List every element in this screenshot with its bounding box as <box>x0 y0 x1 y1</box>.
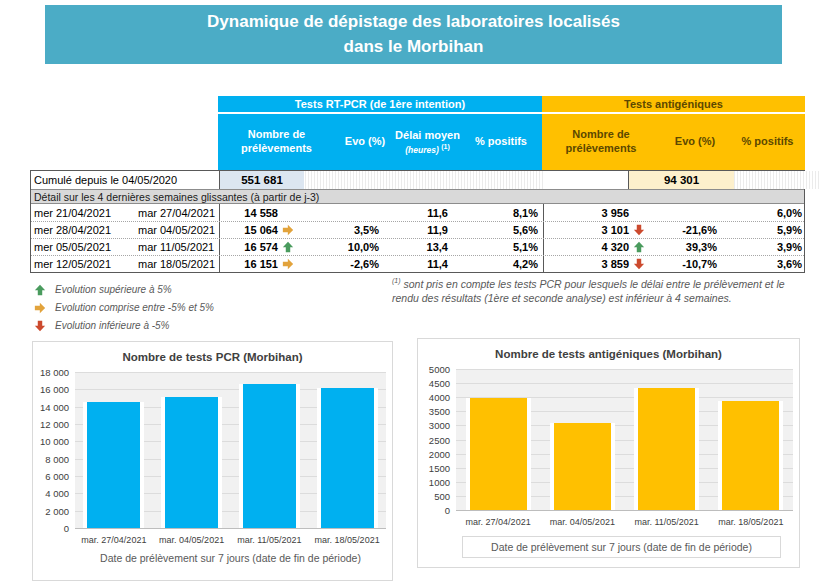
y-tick-label: 6 000 <box>45 471 69 482</box>
pcr-nombre-cell: 16 151 <box>219 256 304 272</box>
y-tick-label: 1500 <box>429 462 450 473</box>
delai-unit: (heures) (1) <box>405 143 449 155</box>
y-tick-label: 10 000 <box>40 436 69 447</box>
y-tick-label: 14 000 <box>40 401 69 412</box>
table-row: mer 21/04/2021 mar 27/04/2021 14 558 11,… <box>31 204 804 221</box>
up-arrow-glyph <box>34 284 46 296</box>
ag-trend-icon <box>631 241 647 254</box>
pcr-nombre-cell: 16 574 <box>219 239 304 255</box>
detail-section-label: Détail sur les 4 dernières semaines glis… <box>31 189 804 204</box>
pcr-positifs-cell: 8,1% <box>458 204 543 221</box>
ag-trend-icon <box>631 224 647 237</box>
legend-label: Evolution supérieure à 5% <box>55 284 172 295</box>
bar <box>321 388 374 528</box>
ag-trend-icon <box>631 258 647 271</box>
ag-nombre-cell: 3 101 <box>543 222 649 238</box>
x-axis-labels: mar. 27/04/2021mar. 04/05/2021mar. 11/05… <box>456 517 793 527</box>
bars <box>75 372 386 528</box>
x-tick-label: mar. 18/05/2021 <box>709 517 793 527</box>
delai-label: Délai moyen <box>395 129 460 143</box>
week-end-date: mar 04/05/2021 <box>135 222 219 238</box>
cumulative-ag-value: 94 301 <box>628 171 734 189</box>
ag-nombre-value: 3 859 <box>601 258 629 270</box>
bar-cell <box>709 369 793 510</box>
week-end-date: mar 27/04/2021 <box>135 204 219 221</box>
bar <box>638 388 695 510</box>
ag-nombre-value: 3 956 <box>601 207 629 219</box>
pcr-nombre-cell: 15 064 <box>219 222 304 238</box>
down-arrow-glyph <box>633 224 645 236</box>
ag-evo-cell: -21,6% <box>649 222 721 238</box>
week-start-date: mer 21/04/2021 <box>31 204 135 221</box>
flat-arrow-glyph <box>282 258 294 270</box>
y-tick-label: 5000 <box>429 364 450 375</box>
y-axis-labels: 18 00016 00014 00012 00010 0008 0006 000… <box>33 372 75 564</box>
pcr-evo-cell: -2,6% <box>304 256 403 272</box>
column-header-ag-nombre: Nombre de prélèvements <box>542 114 660 170</box>
table-row: mer 05/05/2021 mar 11/05/2021 16 574 10,… <box>31 238 804 255</box>
column-header-pcr-delai: Délai moyen (heures) (1) <box>395 114 460 170</box>
week-start-date: mer 05/05/2021 <box>31 239 135 255</box>
week-start-date: mer 12/05/2021 <box>31 256 135 272</box>
x-tick-label: mar. 04/05/2021 <box>153 535 231 545</box>
chart-antigenique: Nombre de tests antigéniques (Morbihan) … <box>417 338 800 568</box>
y-tick-label: 2 000 <box>45 505 69 516</box>
bar <box>165 397 218 528</box>
pcr-evo-cell <box>304 204 403 221</box>
page-title-line1: Dynamique de dépistage des laboratoires … <box>207 10 620 35</box>
group-header-antigenique: Tests antigéniques <box>542 96 805 112</box>
cumulative-label: Cumulé depuis le 04/05/2020 <box>31 171 219 189</box>
up-arrow-glyph <box>282 241 294 253</box>
table-body: Cumulé depuis le 04/05/2020 551 681 94 3… <box>30 170 805 273</box>
column-header-pcr-nombre: Nombre de prélèvements <box>218 114 335 170</box>
chart-body: 18 00016 00014 00012 00010 0008 0006 000… <box>33 372 392 564</box>
cumulative-row: Cumulé depuis le 04/05/2020 551 681 94 3… <box>31 171 804 189</box>
cumulative-pcr-value: 551 681 <box>219 171 304 189</box>
legend-item-up: Evolution supérieure à 5% <box>33 281 214 298</box>
y-tick-label: 4 000 <box>45 488 69 499</box>
pcr-nombre-value: 14 558 <box>244 207 278 219</box>
trend-legend: Evolution supérieure à 5% Evolution comp… <box>33 281 214 335</box>
flat-arrow-glyph <box>34 302 46 314</box>
flat-arrow-glyph <box>282 224 294 236</box>
footnote-marker: (1) <box>392 277 401 284</box>
group-header-spacer <box>30 96 218 112</box>
table-row: mer 12/05/2021 mar 18/05/2021 16 151 -2,… <box>31 255 804 272</box>
page-title-line2: dans le Morbihan <box>344 35 484 60</box>
group-header-pcr: Tests RT-PCR (de 1ère intention) <box>218 96 542 112</box>
table-column-headers: Nombre de prélèvements Evo (%) Délai moy… <box>30 114 805 170</box>
y-tick-label: 3500 <box>429 406 450 417</box>
bar-cell <box>75 372 153 528</box>
ag-positifs-cell: 6,0% <box>721 204 806 221</box>
bar-cell <box>456 369 540 510</box>
ag-evo-cell: -10,7% <box>649 256 721 272</box>
footnote-text: sont pris en compte les tests PCR pour l… <box>392 278 785 304</box>
pcr-delai-cell: 11,4 <box>403 256 458 272</box>
ag-nombre-value: 4 320 <box>601 241 629 253</box>
column-header-spacer <box>30 114 218 170</box>
ag-nombre-cell: 3 956 <box>543 204 649 221</box>
delai-unit-text: (heures) <box>405 144 439 154</box>
bar <box>554 423 611 510</box>
y-tick-label: 1000 <box>429 476 450 487</box>
pcr-positifs-cell: 5,6% <box>458 222 543 238</box>
y-tick-label: 0 <box>64 523 69 534</box>
cumulative-pcr-hatch <box>304 171 543 189</box>
pcr-positifs-cell: 5,1% <box>458 239 543 255</box>
pcr-positifs-cell: 4,2% <box>458 256 543 272</box>
bar <box>722 401 779 510</box>
y-tick-label: 16 000 <box>40 384 69 395</box>
x-axis-labels: mar. 27/04/2021mar. 04/05/2021mar. 11/05… <box>75 535 386 545</box>
bar-cell <box>540 369 624 510</box>
legend-item-down: Evolution inférieure à -5% <box>33 317 214 334</box>
down-arrow-icon <box>33 319 47 332</box>
bar-cell <box>153 372 231 528</box>
x-tick-label: mar. 18/05/2021 <box>308 535 386 545</box>
ag-evo-cell <box>649 204 721 221</box>
column-header-pcr-positifs: % positifs <box>460 114 542 170</box>
pcr-evo-cell: 10,0% <box>304 239 403 255</box>
pcr-trend-icon <box>280 206 296 219</box>
column-header-ag-positifs: % positifs <box>730 114 805 170</box>
ag-nombre-cell: 3 859 <box>543 256 649 272</box>
legend-label: Evolution inférieure à -5% <box>55 320 170 331</box>
